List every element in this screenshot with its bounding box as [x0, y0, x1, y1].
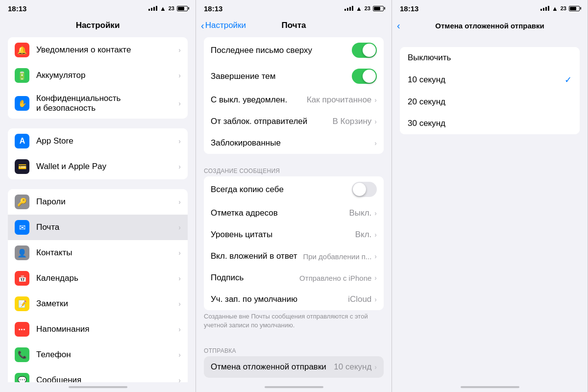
- latest-top-label: Последнее письмо сверху: [211, 46, 352, 55]
- status-bar-1: 18:13 ▲ 23: [0, 0, 196, 16]
- nav-bar-2: ‹ Настройки Почта: [196, 16, 392, 37]
- mark-addresses-value: Выкл.: [349, 208, 371, 218]
- undo-send-title: Отмена отложенной отправки: [435, 22, 544, 30]
- mail-item-muted-notif[interactable]: С выкл. уведомлен. Как прочитанное ›: [204, 89, 384, 111]
- mail-item-blocked[interactable]: Заблокированные ›: [204, 132, 384, 154]
- mail-item-signature[interactable]: Подпись Отправлено с iPhone ›: [204, 267, 384, 289]
- settings-item-battery[interactable]: 🔋 Аккумулятор ›: [8, 63, 188, 88]
- undo-send-options-body: Выключить 10 секунд ✓ 20 секунд 30 секун…: [400, 47, 580, 134]
- mail-item-thread-complete[interactable]: Завершение тем: [204, 63, 384, 89]
- mail-sending-body: Отмена отложенной отправки 10 секунд ›: [204, 356, 384, 378]
- undo-send-label: Отмена отложенной отправки: [211, 362, 334, 372]
- mail-item-default-account[interactable]: Уч. зап. по умолчанию iCloud ›: [204, 289, 384, 310]
- settings-item-wallet[interactable]: 💳 Wallet и Apple Pay ›: [8, 154, 188, 179]
- home-indicator-3: [392, 382, 588, 392]
- home-indicator-2: [196, 382, 392, 392]
- always-bcc-toggle[interactable]: [352, 182, 377, 197]
- settings-item-calendar[interactable]: 📅 Календарь ›: [8, 266, 188, 291]
- default-account-label: Уч. зап. по умолчанию: [211, 294, 348, 304]
- settings-section-apps: 🔑 Пароли › ✉ Почта › 👤 Контакты › 📅 Кале…: [0, 189, 196, 382]
- blocked-label: Заблокированные: [211, 138, 374, 148]
- chevron-icon: ›: [374, 209, 377, 217]
- composing-note: Созданные вне Почты сообщения отправляют…: [196, 310, 392, 334]
- signature-value: Отправлено с iPhone: [299, 274, 371, 282]
- home-bar-1: [69, 386, 127, 388]
- mail-item-include-attachments[interactable]: Вкл. вложений в ответ При добавлении п..…: [204, 245, 384, 267]
- signal-icon-3: [540, 6, 549, 11]
- back-chevron-icon: ‹: [201, 21, 204, 30]
- calendar-label: Календарь: [36, 273, 178, 283]
- mail-item-blocked-senders[interactable]: От заблок. отправителей В Корзину ›: [204, 111, 384, 132]
- mark-addresses-label: Отметка адресов: [211, 208, 349, 218]
- toggle-knob: [353, 183, 366, 196]
- thread-complete-toggle[interactable]: [352, 69, 377, 84]
- status-icons-2: ▲ 23: [344, 5, 384, 12]
- undo-send-value: 10 секунд: [334, 362, 371, 372]
- status-bar-3: 18:13 ▲ 23: [392, 0, 588, 16]
- passwords-icon: 🔑: [15, 195, 29, 209]
- wifi-icon-2: ▲: [356, 5, 362, 12]
- mail-section-viewing: Последнее письмо сверху Завершение тем С…: [196, 37, 392, 154]
- mail-item-undo-send[interactable]: Отмена отложенной отправки 10 секунд ›: [204, 356, 384, 378]
- reminders-label: Напоминания: [36, 324, 178, 334]
- chevron-icon: ›: [178, 274, 181, 282]
- settings-item-messages[interactable]: 💬 Сообщения ›: [8, 368, 188, 382]
- option-20s[interactable]: 20 секунд: [400, 91, 580, 113]
- muted-notif-value: Как прочитанное: [307, 95, 371, 105]
- undo-send-back-button[interactable]: ‹: [397, 21, 400, 30]
- wallet-icon: 💳: [15, 159, 29, 174]
- settings-item-mail[interactable]: ✉ Почта ›: [8, 215, 188, 240]
- mail-back-button[interactable]: ‹ Настройки: [201, 21, 246, 30]
- settings-section-store: A App Store › 💳 Wallet и Apple Pay ›: [0, 128, 196, 179]
- chevron-icon: ›: [178, 376, 181, 382]
- passwords-label: Пароли: [36, 197, 178, 207]
- sending-header: ОТПРАВКА: [196, 343, 392, 356]
- appstore-label: App Store: [36, 136, 178, 146]
- settings-system-body: 🔔 Уведомления о контакте › 🔋 Аккумулятор…: [8, 37, 188, 119]
- toggle-knob: [363, 70, 376, 83]
- settings-apps-body: 🔑 Пароли › ✉ Почта › 👤 Контакты › 📅 Кале…: [8, 189, 188, 382]
- include-attachments-label: Вкл. вложений в ответ: [211, 251, 303, 261]
- mail-section-composing: СОЗДАНИЕ СООБЩЕНИЯ Всегда копию себе Отм…: [196, 164, 392, 334]
- chevron-icon: ›: [178, 137, 181, 145]
- calendar-icon: 📅: [15, 271, 29, 286]
- settings-item-appstore[interactable]: A App Store ›: [8, 128, 188, 154]
- status-icons-1: ▲ 23: [148, 5, 188, 12]
- mail-item-quote-level[interactable]: Уровень цитаты Вкл. ›: [204, 224, 384, 245]
- notes-label: Заметки: [36, 299, 178, 309]
- chevron-icon: ›: [374, 274, 377, 282]
- settings-item-phone[interactable]: 📞 Телефон ›: [8, 342, 188, 368]
- battery-num-2: 23: [365, 5, 370, 11]
- settings-item-notes[interactable]: 📝 Заметки ›: [8, 291, 188, 317]
- mail-item-always-bcc[interactable]: Всегда копию себе: [204, 176, 384, 202]
- mail-item-latest-top[interactable]: Последнее письмо сверху: [204, 37, 384, 63]
- settings-item-privacy[interactable]: ✋ Конфиденциальность и безопасность ›: [8, 88, 188, 119]
- chevron-icon: ›: [178, 99, 181, 107]
- option-30s[interactable]: 30 секунд: [400, 113, 580, 134]
- chevron-icon: ›: [374, 96, 377, 104]
- undo-send-options-section: Выключить 10 секунд ✓ 20 секунд 30 секун…: [392, 47, 588, 134]
- option-10s[interactable]: 10 секунд ✓: [400, 69, 580, 91]
- settings-item-notifications-contact[interactable]: 🔔 Уведомления о контакте ›: [8, 37, 188, 63]
- latest-top-toggle[interactable]: [352, 43, 377, 58]
- settings-section-system: 🔔 Уведомления о контакте › 🔋 Аккумулятор…: [0, 37, 196, 119]
- chevron-icon: ›: [178, 223, 181, 231]
- nav-bar-1: Настройки: [0, 16, 196, 37]
- signal-icon-1: [148, 6, 157, 11]
- option-20s-label: 20 секунд: [408, 97, 572, 107]
- chevron-icon: ›: [374, 252, 377, 260]
- blocked-senders-value: В Корзину: [332, 117, 371, 126]
- reminders-icon: •••: [15, 322, 29, 337]
- battery-num-1: 23: [169, 5, 174, 11]
- option-off-label: Выключить: [408, 53, 572, 63]
- settings-item-passwords[interactable]: 🔑 Пароли ›: [8, 189, 188, 215]
- notifications-contact-icon: 🔔: [15, 43, 29, 57]
- phone-label: Телефон: [36, 350, 178, 360]
- settings-item-reminders[interactable]: ••• Напоминания ›: [8, 317, 188, 342]
- chevron-icon: ›: [178, 198, 181, 206]
- option-off[interactable]: Выключить: [400, 47, 580, 69]
- time-1: 18:13: [8, 4, 26, 13]
- battery-icon-1: [177, 6, 188, 11]
- mail-item-mark-addresses[interactable]: Отметка адресов Выкл. ›: [204, 202, 384, 224]
- settings-item-contacts[interactable]: 👤 Контакты ›: [8, 240, 188, 266]
